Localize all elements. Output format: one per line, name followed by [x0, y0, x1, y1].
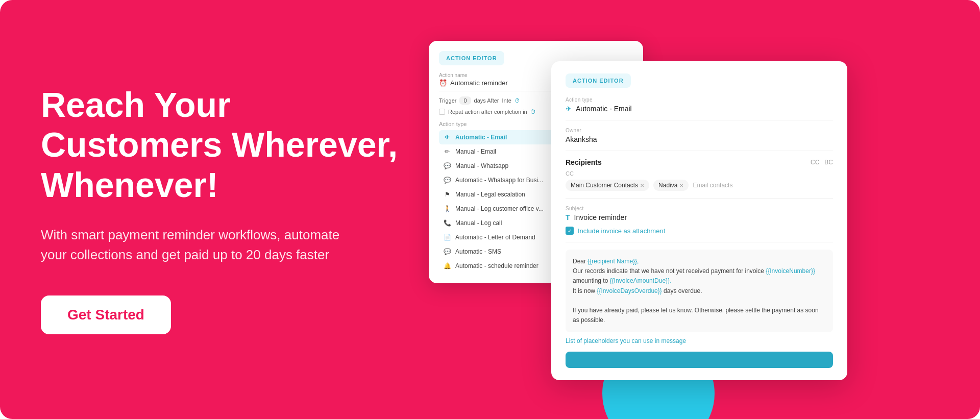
front-owner-group: Owner Akanksha	[566, 128, 833, 151]
action-item-0-label: Automatic - Email	[455, 134, 507, 141]
left-section: Reach Your Customers Wherever, Whenever!…	[41, 85, 398, 334]
plane-icon: ✈	[443, 133, 451, 141]
email-body-line4: It is now	[573, 287, 597, 294]
whatsapp-biz-icon: 💬	[443, 176, 451, 184]
blue-bar-decoration	[566, 352, 833, 368]
legal-icon: ⚑	[443, 190, 451, 199]
subtext: With smart payment reminder workflows, a…	[41, 225, 357, 265]
right-section: ACTION EDITOR Action name ⏰ Automatic re…	[398, 31, 939, 388]
front-action-type-text: Automatic - Email	[576, 105, 632, 113]
cc-abbr: CC	[811, 159, 819, 166]
cc-tag-main-customer-remove[interactable]: ✕	[640, 183, 644, 188]
front-subject-value: T Invoice reminder	[566, 213, 833, 221]
email-body-line6: If you have already paid, please let us …	[573, 307, 819, 324]
front-action-type-value: ✈ Automatic - Email	[566, 105, 833, 113]
front-owner-label: Owner	[566, 128, 833, 133]
email-body-line5: days overdue.	[662, 287, 702, 294]
t-icon: T	[566, 213, 570, 221]
action-item-9-label: Automatic - schedule reminder	[455, 262, 538, 269]
include-attachment-row: ✓ Include invoice as attachment	[566, 227, 833, 235]
walk-icon: 🚶	[443, 205, 451, 213]
cc-bcc-row: CC BC	[811, 159, 833, 166]
action-item-4-label: Manual - Legal escalation	[455, 191, 525, 198]
bell-icon: 🔔	[443, 262, 451, 270]
repeat-checkbox[interactable]	[439, 109, 445, 115]
recipients-label: Recipients	[566, 158, 602, 166]
clock-icon: ⏱	[514, 97, 520, 104]
cc-tag-main-customer-label: Main Customer Contacts	[571, 182, 638, 189]
front-action-type-label: Action type	[566, 97, 833, 103]
action-item-8-label: Automatic - SMS	[455, 248, 501, 255]
action-editor-front-card: ACTION EDITOR Action type ✈ Automatic - …	[551, 61, 847, 380]
email-body-line3: amounting to	[573, 277, 610, 284]
cc-section-label: CC	[566, 170, 833, 177]
front-plane-icon: ✈	[566, 105, 572, 113]
trigger-value: 0	[459, 96, 471, 105]
trigger-label: Trigger	[439, 97, 456, 104]
placeholder-link[interactable]: List of placeholders you can use in mess…	[566, 337, 833, 344]
subject-text: Invoice reminder	[574, 213, 627, 221]
action-item-5-label: Manual - Log customer office v...	[455, 205, 544, 212]
document-icon: 📄	[443, 233, 451, 241]
whatsapp-icon: 💬	[443, 162, 451, 170]
email-body-name: {{recipient Name}},	[587, 258, 639, 265]
email-body-invoice: {{InvoiceNumber}}	[766, 267, 815, 275]
action-item-1-label: Manual - Email	[455, 148, 496, 155]
get-started-button[interactable]: Get Started	[41, 295, 171, 334]
pencil-icon: ✏	[443, 147, 451, 156]
front-owner-value: Akanksha	[566, 135, 833, 143]
action-item-3-label: Automatic - Whatsapp for Busi...	[455, 177, 543, 184]
cc-section: CC Main Customer Contacts ✕ Nadiva ✕ Ema…	[566, 170, 833, 191]
action-item-7-label: Automatic - Letter of Demand	[455, 234, 535, 241]
action-item-6-label: Manual - Log call	[455, 219, 502, 227]
repeat-label: Repat action after completion in	[448, 109, 527, 115]
email-contacts-text: Email contacts	[693, 182, 732, 189]
front-recipients-group: Recipients CC BC CC Main Customer Contac…	[566, 158, 833, 199]
cc-tag-nadiva: Nadiva ✕	[653, 180, 689, 191]
recipients-row: Recipients CC BC	[566, 158, 833, 166]
main-container: Reach Your Customers Wherever, Whenever!…	[0, 0, 980, 419]
front-card-header: ACTION EDITOR	[566, 73, 631, 88]
include-attachment-label: Include invoice as attachment	[578, 227, 665, 235]
front-subject-label: Subject	[566, 206, 833, 211]
email-body-dear: Dear	[573, 258, 587, 265]
phone-icon: 📞	[443, 219, 451, 227]
email-body-days: {{InvoiceDaysOverdue}}	[597, 287, 662, 294]
cc-tag-main-customer: Main Customer Contacts ✕	[566, 180, 649, 191]
email-body-amount: {{InvoiceAmountDue}}.	[610, 277, 672, 284]
cc-tag-nadiva-label: Nadiva	[658, 182, 677, 189]
repeat-clock-icon: ⏱	[530, 109, 536, 115]
sms-icon: 💬	[443, 248, 451, 256]
action-item-2-label: Manual - Whatsapp	[455, 162, 508, 169]
include-attachment-checkbox[interactable]: ✓	[566, 227, 574, 235]
back-card-header: ACTION EDITOR	[439, 51, 504, 65]
email-body-line2: Our records indicate that we have not ye…	[573, 267, 766, 275]
trigger-interval: Inte	[502, 97, 511, 104]
bcc-abbr: BC	[824, 159, 833, 166]
email-body: Dear {{recipient Name}}, Our records ind…	[566, 250, 833, 332]
front-subject-group: Subject T Invoice reminder ✓ Include inv…	[566, 206, 833, 242]
front-action-type-group: Action type ✈ Automatic - Email	[566, 97, 833, 120]
trigger-suffix: days After	[474, 97, 499, 104]
cc-tag-nadiva-remove[interactable]: ✕	[679, 183, 683, 188]
cc-tags-container: Main Customer Contacts ✕ Nadiva ✕ Email …	[566, 180, 833, 191]
alarm-icon: ⏰	[439, 79, 447, 87]
back-action-name-value: Automatic reminder	[450, 79, 508, 87]
headline: Reach Your Customers Wherever, Whenever!	[41, 85, 398, 205]
